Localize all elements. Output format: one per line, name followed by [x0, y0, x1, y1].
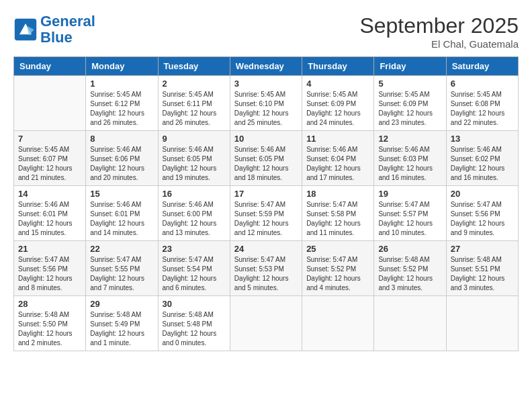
month-title: September 2025 [359, 13, 519, 38]
calendar-cell [374, 296, 446, 351]
calendar-cell: 6Sunrise: 5:45 AM Sunset: 6:08 PM Daylig… [446, 76, 518, 131]
calendar-cell [14, 76, 86, 131]
calendar-cell: 27Sunrise: 5:48 AM Sunset: 5:51 PM Dayli… [446, 241, 518, 296]
day-number: 11 [306, 134, 369, 144]
day-header-thursday: Thursday [302, 57, 374, 76]
calendar-cell: 26Sunrise: 5:48 AM Sunset: 5:52 PM Dayli… [374, 241, 446, 296]
day-number: 1 [90, 79, 153, 89]
day-info: Sunrise: 5:45 AM Sunset: 6:08 PM Dayligh… [451, 90, 514, 128]
day-number: 28 [18, 299, 81, 309]
day-header-monday: Monday [86, 57, 158, 76]
calendar-cell: 29Sunrise: 5:48 AM Sunset: 5:49 PM Dayli… [86, 296, 158, 351]
calendar-week-2: 7Sunrise: 5:45 AM Sunset: 6:07 PM Daylig… [14, 131, 519, 186]
day-info: Sunrise: 5:45 AM Sunset: 6:11 PM Dayligh… [163, 90, 226, 128]
day-number: 21 [18, 244, 81, 254]
day-number: 26 [378, 244, 441, 254]
day-info: Sunrise: 5:48 AM Sunset: 5:48 PM Dayligh… [163, 310, 226, 348]
calendar-cell: 11Sunrise: 5:46 AM Sunset: 6:04 PM Dayli… [302, 131, 374, 186]
calendar-cell: 5Sunrise: 5:45 AM Sunset: 6:09 PM Daylig… [374, 76, 446, 131]
day-number: 16 [163, 189, 226, 199]
day-number: 29 [90, 299, 153, 309]
day-number: 8 [90, 134, 153, 144]
calendar-cell: 15Sunrise: 5:46 AM Sunset: 6:01 PM Dayli… [86, 186, 158, 241]
day-info: Sunrise: 5:47 AM Sunset: 5:58 PM Dayligh… [306, 200, 369, 238]
day-header-tuesday: Tuesday [158, 57, 230, 76]
day-info: Sunrise: 5:47 AM Sunset: 5:56 PM Dayligh… [18, 255, 81, 293]
day-number: 10 [234, 134, 298, 144]
day-info: Sunrise: 5:48 AM Sunset: 5:50 PM Dayligh… [18, 310, 81, 348]
page-header: General Blue September 2025 El Chal, Gua… [13, 13, 519, 50]
calendar-week-3: 14Sunrise: 5:46 AM Sunset: 6:01 PM Dayli… [14, 186, 519, 241]
calendar-cell: 24Sunrise: 5:47 AM Sunset: 5:53 PM Dayli… [230, 241, 302, 296]
day-number: 19 [378, 189, 441, 199]
calendar-cell: 19Sunrise: 5:47 AM Sunset: 5:57 PM Dayli… [374, 186, 446, 241]
day-number: 5 [378, 79, 441, 89]
day-number: 17 [234, 189, 298, 199]
calendar-cell: 4Sunrise: 5:45 AM Sunset: 6:09 PM Daylig… [302, 76, 374, 131]
calendar-cell: 16Sunrise: 5:46 AM Sunset: 6:00 PM Dayli… [158, 186, 230, 241]
calendar-cell: 30Sunrise: 5:48 AM Sunset: 5:48 PM Dayli… [158, 296, 230, 351]
day-number: 13 [451, 134, 514, 144]
day-number: 20 [451, 189, 514, 199]
calendar-cell: 12Sunrise: 5:46 AM Sunset: 6:03 PM Dayli… [374, 131, 446, 186]
calendar-cell: 9Sunrise: 5:46 AM Sunset: 6:05 PM Daylig… [158, 131, 230, 186]
calendar-week-4: 21Sunrise: 5:47 AM Sunset: 5:56 PM Dayli… [14, 241, 519, 296]
calendar-cell: 18Sunrise: 5:47 AM Sunset: 5:58 PM Dayli… [302, 186, 374, 241]
day-number: 4 [306, 79, 369, 89]
day-info: Sunrise: 5:46 AM Sunset: 6:06 PM Dayligh… [90, 145, 153, 183]
day-info: Sunrise: 5:45 AM Sunset: 6:09 PM Dayligh… [306, 90, 369, 128]
calendar-cell: 22Sunrise: 5:47 AM Sunset: 5:55 PM Dayli… [86, 241, 158, 296]
day-info: Sunrise: 5:46 AM Sunset: 6:05 PM Dayligh… [234, 145, 298, 183]
day-header-saturday: Saturday [446, 57, 518, 76]
day-header-sunday: Sunday [14, 57, 86, 76]
day-info: Sunrise: 5:47 AM Sunset: 5:55 PM Dayligh… [90, 255, 153, 293]
day-info: Sunrise: 5:47 AM Sunset: 5:59 PM Dayligh… [234, 200, 298, 238]
day-number: 14 [18, 189, 81, 199]
day-number: 15 [90, 189, 153, 199]
calendar-cell: 7Sunrise: 5:45 AM Sunset: 6:07 PM Daylig… [14, 131, 86, 186]
day-info: Sunrise: 5:45 AM Sunset: 6:10 PM Dayligh… [234, 90, 298, 128]
calendar-cell: 28Sunrise: 5:48 AM Sunset: 5:50 PM Dayli… [14, 296, 86, 351]
day-number: 25 [306, 244, 369, 254]
calendar-week-1: 1Sunrise: 5:45 AM Sunset: 6:12 PM Daylig… [14, 76, 519, 131]
day-info: Sunrise: 5:45 AM Sunset: 6:12 PM Dayligh… [90, 90, 153, 128]
calendar-cell: 17Sunrise: 5:47 AM Sunset: 5:59 PM Dayli… [230, 186, 302, 241]
day-number: 2 [163, 79, 226, 89]
day-number: 23 [163, 244, 226, 254]
calendar-cell: 14Sunrise: 5:46 AM Sunset: 6:01 PM Dayli… [14, 186, 86, 241]
logo: General Blue [13, 13, 95, 46]
logo-icon [13, 17, 38, 42]
calendar-cell: 1Sunrise: 5:45 AM Sunset: 6:12 PM Daylig… [86, 76, 158, 131]
day-info: Sunrise: 5:46 AM Sunset: 6:01 PM Dayligh… [90, 200, 153, 238]
calendar-cell: 23Sunrise: 5:47 AM Sunset: 5:54 PM Dayli… [158, 241, 230, 296]
day-info: Sunrise: 5:47 AM Sunset: 5:52 PM Dayligh… [306, 255, 369, 293]
calendar-cell: 2Sunrise: 5:45 AM Sunset: 6:11 PM Daylig… [158, 76, 230, 131]
day-header-friday: Friday [374, 57, 446, 76]
calendar-week-5: 28Sunrise: 5:48 AM Sunset: 5:50 PM Dayli… [14, 296, 519, 351]
day-info: Sunrise: 5:46 AM Sunset: 6:01 PM Dayligh… [18, 200, 81, 238]
day-header-wednesday: Wednesday [230, 57, 302, 76]
calendar-cell: 3Sunrise: 5:45 AM Sunset: 6:10 PM Daylig… [230, 76, 302, 131]
day-info: Sunrise: 5:48 AM Sunset: 5:52 PM Dayligh… [378, 255, 441, 293]
day-number: 3 [234, 79, 298, 89]
day-number: 9 [163, 134, 226, 144]
day-number: 30 [163, 299, 226, 309]
calendar-cell: 20Sunrise: 5:47 AM Sunset: 5:56 PM Dayli… [446, 186, 518, 241]
location-subtitle: El Chal, Guatemala [359, 38, 519, 50]
day-info: Sunrise: 5:47 AM Sunset: 5:56 PM Dayligh… [451, 200, 514, 238]
day-info: Sunrise: 5:47 AM Sunset: 5:53 PM Dayligh… [234, 255, 298, 293]
day-info: Sunrise: 5:48 AM Sunset: 5:51 PM Dayligh… [451, 255, 514, 293]
day-number: 27 [451, 244, 514, 254]
day-number: 7 [18, 134, 81, 144]
day-number: 22 [90, 244, 153, 254]
day-info: Sunrise: 5:46 AM Sunset: 6:02 PM Dayligh… [451, 145, 514, 183]
calendar-cell: 8Sunrise: 5:46 AM Sunset: 6:06 PM Daylig… [86, 131, 158, 186]
day-number: 12 [378, 134, 441, 144]
day-info: Sunrise: 5:46 AM Sunset: 6:00 PM Dayligh… [163, 200, 226, 238]
day-info: Sunrise: 5:46 AM Sunset: 6:04 PM Dayligh… [306, 145, 369, 183]
day-info: Sunrise: 5:45 AM Sunset: 6:07 PM Dayligh… [18, 145, 81, 183]
day-info: Sunrise: 5:48 AM Sunset: 5:49 PM Dayligh… [90, 310, 153, 348]
calendar-cell: 21Sunrise: 5:47 AM Sunset: 5:56 PM Dayli… [14, 241, 86, 296]
day-info: Sunrise: 5:47 AM Sunset: 5:57 PM Dayligh… [378, 200, 441, 238]
day-number: 18 [306, 189, 369, 199]
